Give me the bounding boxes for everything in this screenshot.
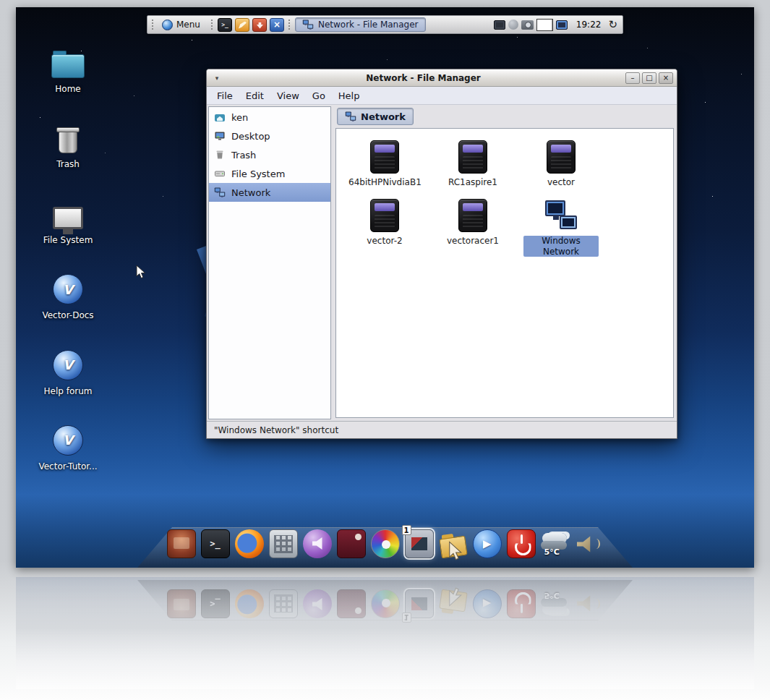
dock: >_ 1 ▶ 5°C [16,513,754,568]
dock-firefox-icon[interactable] [235,529,264,558]
dock-power-icon[interactable] [507,529,536,558]
sidebar-item-file-system[interactable]: File System [209,164,330,183]
dock-terminal-icon[interactable]: >_ [201,529,230,558]
vector-globe-icon: V [53,350,83,380]
dock-icons: >_ 1 ▶ 5°C [16,589,754,618]
dock-volume-icon[interactable] [575,529,604,558]
menu-file[interactable]: File [211,88,239,103]
dock-image-viewer-icon[interactable]: 1 [405,529,434,558]
settings-launcher-icon[interactable]: × [270,18,284,32]
workspace-switcher[interactable] [536,19,553,31]
dock-weather-icon[interactable]: 5°C [541,529,570,558]
taskbar-window-label: Network - File Manager [318,20,419,30]
close-button[interactable]: × [659,72,673,84]
status-text: "Windows Network" shortcut [214,425,338,435]
desktop-icon-trash[interactable]: Trash [25,123,111,169]
desktop-icon-file-system[interactable]: File System [25,199,111,245]
home-icon [214,111,226,123]
menu-edit[interactable]: Edit [240,88,270,103]
dock-image-viewer-icon: 1 [405,589,434,618]
sidebar-item-ken[interactable]: ken [209,108,330,127]
dock-volume-icon [575,589,604,618]
menu-view[interactable]: View [271,88,305,103]
display-settings-tray-icon[interactable] [556,20,568,30]
menu-button[interactable]: Menu [158,18,207,32]
sidebar-item-desktop[interactable]: Desktop [209,127,330,145]
taskbar-window-button[interactable]: Network - File Manager [295,17,426,32]
dock-games-icon[interactable] [167,529,196,558]
dock-media-player-icon: ▶ [473,589,502,618]
globe-glyph: V [63,357,73,372]
package-installer-launcher-icon[interactable] [252,18,267,32]
weather-temperature: 5°C [544,591,560,600]
icon-view[interactable]: 64bitHPNivdiaB1 RC1aspire1 vector [335,128,674,418]
rotate-refresh-icon[interactable]: ↻ [608,20,617,30]
dock-calculator-icon [269,589,298,618]
dock-color-wheel-icon[interactable] [371,529,400,558]
text-editor-launcher-icon[interactable] [235,18,249,32]
dock-pointer-icon [448,541,463,565]
dock-media-player-icon[interactable]: ▶ [473,529,502,558]
panel-separator [288,19,291,30]
window-titlebar[interactable]: ▾ Network - File Manager – □ × [207,69,677,87]
desktop-icon-help-forum[interactable]: V Help forum [25,350,111,396]
play-icon: ▶ [483,539,492,550]
desktop-icon-vector-tutorial[interactable]: V Vector-Tutor... [25,425,111,471]
server-icon [458,199,487,232]
window-menu-button[interactable]: ▾ [210,72,223,84]
network-host-item[interactable]: vectoracer1 [429,199,517,257]
home-folder-icon [51,54,85,78]
network-host-item[interactable]: RC1aspire1 [429,140,517,187]
path-button-label: Network [361,111,406,122]
terminal-glyph: >_ [210,539,220,549]
path-button-network[interactable]: Network [337,108,414,125]
sidebar-item-label: File System [231,168,285,179]
window-menubar: File Edit View Go Help [207,87,677,105]
network-host-item[interactable]: 64bitHPNivdiaB1 [341,140,429,187]
desktop-icon-vector-docs[interactable]: V Vector-Docs [25,274,111,320]
desktop-icon-label: Home [55,84,80,94]
minimize-button[interactable]: – [625,72,640,84]
dock-calculator-icon[interactable] [269,529,298,558]
network-host-item[interactable]: vector [517,140,605,187]
menu-help[interactable]: Help [333,88,366,103]
desktop-icon-label: Vector-Tutor... [38,461,97,471]
main-pane: Network 64bitHPNivdiaB1 RC1aspire1 [333,105,677,421]
desktop-icon-label: File System [43,235,93,245]
desktop-icon-home[interactable]: Home [25,48,111,94]
play-icon: ▶ [483,599,492,610]
desktop[interactable]: Menu >_ × Network - File Manager 19:22 ↻ [16,7,754,568]
maximize-button[interactable]: □ [642,72,656,84]
reflection-fade [16,577,754,689]
dock-audio-mixer-icon [303,589,332,618]
files-grid: 64bitHPNivdiaB1 RC1aspire1 vector [341,140,669,257]
dock-screen-recorder-icon [337,589,366,618]
menu-label: Menu [176,20,200,30]
dock-pointer-icon [448,583,463,607]
dock-terminal-icon: >_ [201,589,230,618]
dock-audio-mixer-icon[interactable] [303,529,332,558]
trash-can-icon [59,131,77,153]
network-host-item[interactable]: vector-2 [341,199,429,257]
display-tray-icon[interactable] [494,20,505,30]
file-label: vector [546,177,576,187]
computer-monitor-icon [53,207,83,229]
server-icon [458,140,487,174]
vector-globe-icon: V [53,425,83,456]
screenshot-tray-icon[interactable] [521,20,534,30]
dock-screen-recorder-icon[interactable] [337,529,366,558]
volume-muted-tray-icon[interactable] [508,20,518,30]
file-label: vector-2 [365,236,403,246]
desktop-icon-label: Help forum [44,386,93,396]
sidebar-item-trash[interactable]: Trash [209,145,330,164]
terminal-launcher-icon[interactable]: >_ [218,18,232,32]
windows-network-item[interactable]: Windows Network [517,199,605,257]
vector-globe-icon: V [53,274,83,304]
chevron-down-icon: ▾ [215,74,219,82]
menu-go[interactable]: Go [307,88,331,103]
clock[interactable]: 19:22 [576,20,602,30]
sidebar-item-network[interactable]: Network [209,183,330,202]
panel-grip[interactable] [151,19,155,30]
sidebar-item-label: ken [231,112,248,123]
panel-separator [210,19,214,30]
